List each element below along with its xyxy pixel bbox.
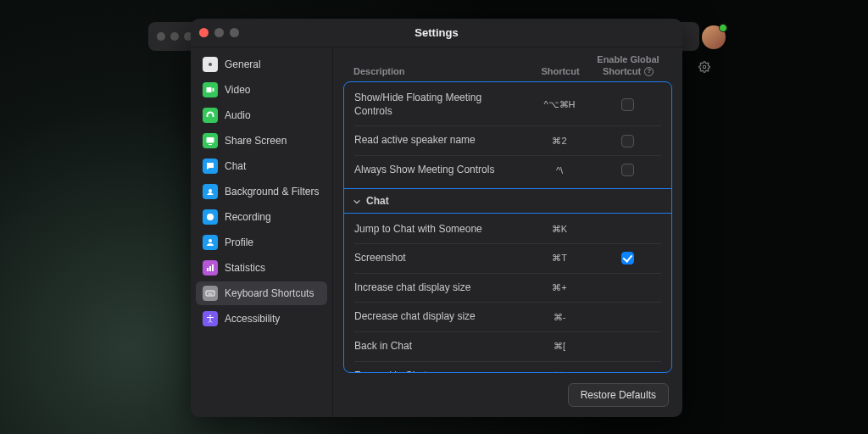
shortcut-keys: ⌘] — [526, 370, 593, 373]
video-icon — [203, 82, 218, 97]
svg-rect-5 — [207, 268, 209, 271]
header-global: Enable Global Shortcut ? — [594, 54, 662, 76]
sidebar-item-label: Accessibility — [225, 313, 280, 325]
shortcut-description: Always Show Meeting Controls — [354, 164, 526, 177]
dot-icon — [170, 32, 179, 41]
shortcut-description: Jump to Chat with Someone — [354, 223, 526, 236]
shortcut-row[interactable]: Always Show Meeting Controls^\ — [354, 156, 661, 185]
chat-icon — [203, 159, 218, 174]
sidebar: GeneralVideoAudioShare ScreenChatBackgro… — [191, 47, 333, 417]
shortcut-row[interactable]: Increase chat display size⌘+ — [354, 274, 661, 303]
sidebar-item-label: Statistics — [225, 262, 265, 274]
content-pane: Description Shortcut Enable Global Short… — [333, 47, 682, 417]
svg-rect-11 — [211, 292, 212, 293]
shortcut-keys: ⌘2 — [526, 136, 593, 147]
shortcut-row[interactable]: Screenshot⌘T — [354, 244, 661, 274]
shortcut-description: Back in Chat — [354, 340, 526, 353]
sidebar-item-accessibility[interactable]: Accessibility — [196, 307, 327, 331]
shortcut-row[interactable]: Read active speaker name⌘2 — [354, 126, 661, 156]
share-icon — [203, 133, 218, 148]
shortcut-keys: ⌘[ — [526, 341, 593, 352]
shortcut-row[interactable]: Decrease chat display size⌘- — [354, 303, 661, 332]
sidebar-item-label: Audio — [225, 109, 251, 121]
svg-rect-6 — [209, 266, 211, 271]
svg-rect-10 — [209, 292, 210, 293]
shortcuts-panel: Show/Hide Floating Meeting Controls^⌥⌘HR… — [343, 81, 672, 373]
sidebar-item-chat[interactable]: Chat — [196, 154, 327, 178]
header-shortcut: Shortcut — [526, 66, 594, 76]
column-headers: Description Shortcut Enable Global Short… — [333, 47, 682, 81]
section-header-chat[interactable]: Chat — [344, 188, 671, 214]
sidebar-item-label: Chat — [225, 160, 246, 172]
shortcut-description: Read active speaker name — [354, 134, 526, 147]
sidebar-item-label: General — [225, 58, 261, 70]
svg-rect-7 — [212, 264, 214, 271]
bg-icon — [203, 184, 218, 199]
section-title: Chat — [366, 195, 389, 207]
shortcut-row[interactable]: Show/Hide Floating Meeting Controls^⌥⌘H — [354, 84, 661, 126]
titlebar: Settings — [191, 19, 682, 47]
global-shortcut-checkbox[interactable] — [621, 164, 634, 176]
shortcut-description: Show/Hide Floating Meeting Controls — [354, 92, 526, 118]
maximize-icon[interactable] — [230, 28, 239, 37]
sidebar-item-general[interactable]: General — [196, 53, 327, 76]
sidebar-item-audio[interactable]: Audio — [196, 103, 327, 127]
shortcut-keys: ^⌥⌘H — [526, 99, 593, 110]
shortcut-keys: ⌘+ — [526, 282, 593, 293]
restore-defaults-button[interactable]: Restore Defaults — [568, 383, 669, 407]
shortcut-keys: ⌘K — [526, 224, 593, 235]
svg-point-14 — [209, 315, 211, 317]
audio-icon — [203, 108, 218, 123]
svg-rect-8 — [206, 291, 214, 296]
header-description: Description — [353, 66, 526, 76]
shortcut-description: Screenshot — [354, 252, 526, 265]
shortcut-description: Forward in Chat — [354, 370, 526, 373]
sidebar-item-label: Profile — [225, 236, 253, 248]
svg-point-2 — [209, 189, 212, 192]
access-icon — [203, 311, 218, 326]
chevron-down-icon — [353, 197, 361, 205]
shortcut-description: Decrease chat display size — [354, 310, 526, 324]
sidebar-item-statistics[interactable]: Statistics — [196, 256, 327, 280]
profile-icon — [203, 235, 218, 250]
shortcut-description: Increase chat display size — [354, 281, 526, 295]
sidebar-item-share-screen[interactable]: Share Screen — [196, 129, 327, 153]
shortcut-row[interactable]: Jump to Chat with Someone⌘K — [354, 215, 661, 245]
sidebar-item-label: Video — [225, 84, 250, 96]
svg-point-3 — [207, 214, 214, 220]
sidebar-item-profile[interactable]: Profile — [196, 231, 327, 254]
global-shortcut-checkbox[interactable] — [621, 135, 634, 147]
svg-rect-12 — [213, 292, 214, 293]
gear-icon — [203, 57, 218, 72]
sidebar-item-keyboard-shortcuts[interactable]: Keyboard Shortcuts — [196, 281, 327, 305]
svg-rect-9 — [208, 292, 209, 293]
svg-rect-13 — [209, 294, 213, 295]
window-title: Settings — [415, 26, 458, 39]
shortcut-row[interactable]: Forward in Chat⌘] — [354, 362, 661, 373]
shortcut-keys: ⌘T — [526, 253, 593, 264]
sidebar-item-background-filters[interactable]: Background & Filters — [196, 180, 327, 203]
svg-point-4 — [209, 239, 212, 242]
shortcut-keys: ⌘- — [526, 312, 593, 323]
shortcut-keys: ^\ — [526, 165, 593, 175]
sidebar-item-label: Keyboard Shortcuts — [225, 287, 314, 299]
sidebar-item-label: Share Screen — [225, 135, 287, 147]
avatar[interactable] — [702, 25, 726, 49]
sidebar-item-recording[interactable]: Recording — [196, 205, 327, 229]
global-shortcut-checkbox[interactable] — [621, 252, 634, 264]
sidebar-item-video[interactable]: Video — [196, 78, 327, 102]
stats-icon — [203, 260, 218, 275]
svg-point-0 — [703, 65, 706, 69]
dot-icon — [157, 32, 165, 41]
close-icon[interactable] — [199, 28, 209, 37]
sidebar-item-label: Recording — [225, 211, 271, 223]
svg-rect-1 — [207, 137, 214, 143]
kbd-icon — [203, 286, 218, 301]
sidebar-item-label: Background & Filters — [225, 186, 319, 198]
shortcut-row[interactable]: Back in Chat⌘[ — [354, 332, 661, 362]
global-shortcut-checkbox[interactable] — [621, 98, 634, 111]
settings-window: Settings GeneralVideoAudioShare ScreenCh… — [191, 19, 682, 417]
minimize-icon[interactable] — [214, 28, 224, 37]
info-icon[interactable]: ? — [644, 67, 654, 76]
gear-icon[interactable] — [698, 61, 710, 76]
